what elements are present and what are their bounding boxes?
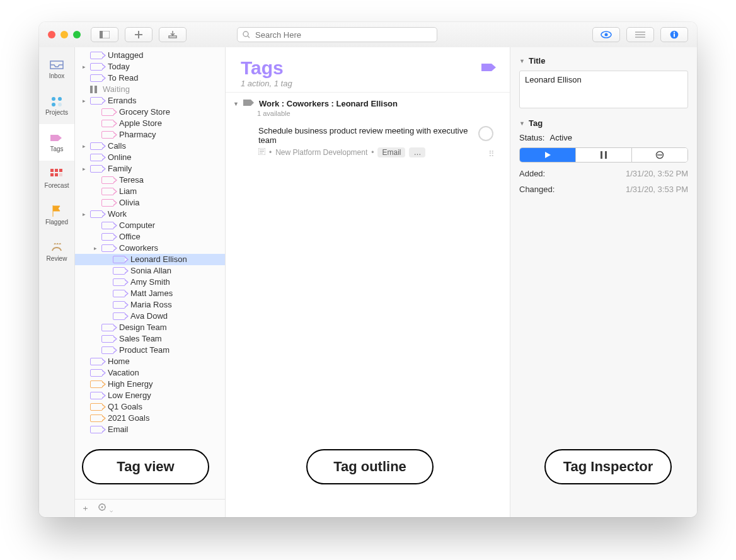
tag-row[interactable]: Maria Ross [75,299,225,311]
task-project: New Platform Development [275,148,367,157]
disclosure-icon[interactable]: ▸ [91,243,99,254]
task-row[interactable]: Schedule business product review meeting… [233,121,503,163]
tag-row[interactable]: Pharmacy [75,129,225,140]
tag-row[interactable]: Product Team [75,345,225,356]
disclosure-icon[interactable]: ▸ [80,61,88,72]
view-button[interactable] [592,27,620,42]
tag-row[interactable]: Leonard Ellison [75,254,225,265]
tag-row[interactable]: Email [75,424,225,435]
tag-row[interactable]: Apple Store [75,118,225,129]
disclosure-icon[interactable]: ▼ [519,120,525,127]
cleanup-button[interactable] [159,27,187,42]
add-button[interactable] [125,27,152,42]
tag-row[interactable]: Sales Team [75,333,225,345]
tag-row[interactable]: Waiting [75,84,225,95]
tag-icon [90,369,103,377]
tag-row[interactable]: Vacation [75,367,225,379]
pause-icon [90,86,99,93]
tag-badge-icon [481,62,497,74]
task-status-circle[interactable] [478,126,493,141]
status-dropped-button[interactable] [632,148,687,162]
forecast-icon [50,169,64,180]
search-field[interactable] [237,27,437,42]
minimize-window-button[interactable] [60,31,68,38]
svg-point-9 [58,97,62,101]
tag-row[interactable]: Q1 Goals [75,401,225,413]
svg-point-4 [605,33,608,37]
inspector-section-tag[interactable]: ▼ Tag [519,118,688,128]
group-header[interactable]: ▼ Work : Coworkers : Leonard Ellison [233,99,503,108]
tag-settings-button[interactable]: ⌵ [98,503,113,514]
tag-row[interactable]: Home [75,356,225,367]
app-window: Inbox Projects Tags Forecast Flagged [39,22,697,517]
tag-row[interactable]: Design Team [75,322,225,333]
inspector-toggle-button[interactable] [660,27,688,42]
tag-row[interactable]: ▸Calls [75,140,225,152]
nav-forecast[interactable]: Forecast [39,161,74,197]
tag-title-field[interactable]: Leonard Ellison [519,71,688,108]
tag-row[interactable]: Low Energy [75,390,225,401]
svg-point-11 [58,103,62,106]
tag-row[interactable]: ▸Coworkers [75,243,225,254]
disclosure-icon[interactable]: ▸ [80,163,88,174]
group-title: Work : Coworkers : Leonard Ellison [259,99,398,108]
zoom-window-button[interactable] [73,31,81,38]
inspector-section-title[interactable]: ▼ Title [519,56,688,66]
tag-label: Online [108,152,132,163]
nav-label: Forecast [45,182,69,189]
tag-icon [90,380,103,388]
tag-row[interactable]: Olivia [75,197,225,209]
tag-sidebar-footer: ＋ ⌵ [75,499,225,517]
status-active-button[interactable] [520,148,576,162]
task-tag-email[interactable]: Email [377,147,405,157]
tag-row[interactable]: Amy Smith [75,277,225,288]
nav-inbox[interactable]: Inbox [39,51,74,88]
disclosure-icon[interactable]: ▼ [519,58,525,64]
tag-row[interactable]: Office [75,231,225,243]
tag-row[interactable]: Teresa [75,174,225,186]
added-label: Added: [519,169,545,178]
tag-row[interactable]: Sonia Allan [75,265,225,277]
tag-icon [101,233,114,241]
tag-label: Errands [108,95,137,106]
tag-row[interactable]: Ava Dowd [75,311,225,322]
tag-row[interactable]: Grocery Store [75,106,225,118]
tag-row[interactable]: ▸Work [75,209,225,220]
tag-row[interactable]: Matt James [75,288,225,299]
tag-row[interactable]: ▸Family [75,163,225,174]
add-tag-button[interactable]: ＋ [81,503,89,514]
review-icon [50,242,64,253]
tag-row[interactable]: High Energy [75,379,225,390]
tag-row[interactable]: ▸Errands [75,95,225,106]
tag-label: Coworkers [119,243,158,254]
drag-handle-icon[interactable]: ⠿ [488,149,493,159]
list-view-button[interactable] [626,27,654,42]
tag-row[interactable]: 2021 Goals [75,413,225,424]
note-icon [258,148,265,157]
tag-row[interactable]: ▸Today [75,61,225,72]
task-more-tags[interactable]: … [409,147,425,157]
status-label: Status: [519,133,544,142]
tag-row[interactable]: Liam [75,186,225,197]
nav-projects[interactable]: Projects [39,88,74,124]
toggle-sidebar-button[interactable] [91,27,118,42]
disclosure-icon[interactable]: ▸ [80,140,88,152]
nav-tags[interactable]: Tags [39,124,74,161]
disclosure-icon[interactable]: ▸ [80,95,88,106]
disclosure-icon[interactable]: ▸ [80,209,88,220]
tag-row[interactable]: To Read [75,72,225,84]
tag-icon [101,108,114,116]
status-paused-button[interactable] [576,148,632,162]
close-window-button[interactable] [48,31,55,38]
nav-review[interactable]: Review [39,234,74,270]
tag-row[interactable]: Computer [75,220,225,231]
disclosure-icon[interactable]: ▼ [233,101,239,107]
tag-icon [90,142,103,150]
nav-flagged[interactable]: Flagged [39,197,74,234]
tag-icon [90,403,103,411]
tag-label: Office [119,231,141,243]
nav-label: Inbox [49,72,64,79]
tag-row[interactable]: Untagged [75,50,225,61]
tag-row[interactable]: Online [75,152,225,163]
search-input[interactable] [254,30,432,40]
